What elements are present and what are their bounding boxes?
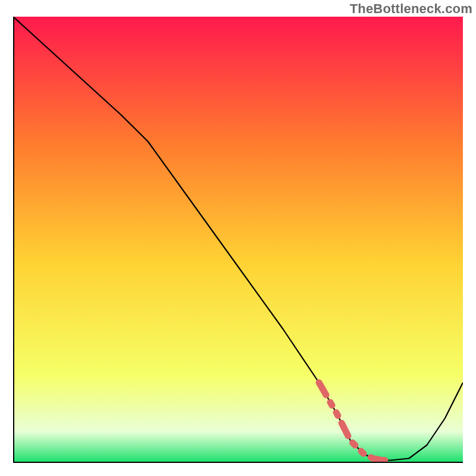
watermark-text: TheBottleneck.com [350, 1, 472, 17]
axes-frame [13, 17, 463, 463]
chart-stage: TheBottleneck.com [0, 0, 476, 476]
